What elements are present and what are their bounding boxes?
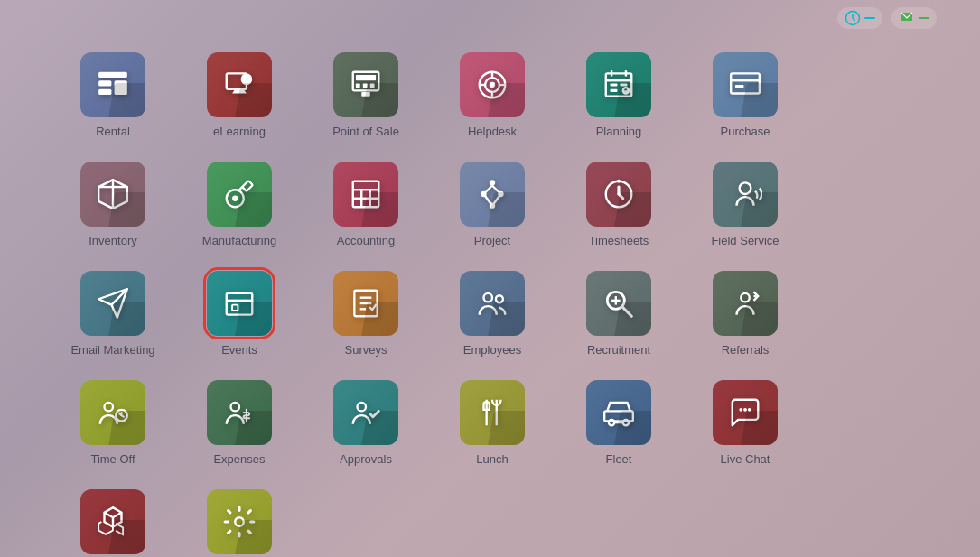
- app-item-email-marketing[interactable]: Email Marketing: [54, 264, 172, 364]
- svg-rect-73: [604, 411, 633, 421]
- app-item-purchase[interactable]: Purchase: [686, 45, 804, 145]
- app-icon-events: [207, 271, 272, 336]
- svg-rect-9: [356, 83, 360, 88]
- svg-rect-30: [735, 85, 744, 88]
- svg-rect-10: [363, 83, 368, 88]
- app-icon-email-marketing: [80, 271, 145, 336]
- svg-rect-2: [98, 80, 111, 86]
- app-item-point-of-sale[interactable]: Point of Sale: [307, 45, 425, 145]
- app-item-helpdesk[interactable]: Helpdesk: [434, 45, 551, 145]
- svg-point-79: [748, 408, 751, 412]
- app-item-fleet[interactable]: Fleet: [560, 373, 677, 473]
- app-item-live-chat[interactable]: Live Chat: [686, 373, 804, 473]
- app-icon-elearning: [207, 52, 272, 117]
- app-item-field-service[interactable]: Field Service: [686, 154, 804, 255]
- message-badge[interactable]: [891, 7, 937, 29]
- app-item-time-off[interactable]: Time Off: [54, 373, 172, 473]
- app-label-live-chat: Live Chat: [721, 452, 770, 466]
- app-item-elearning[interactable]: eLearning: [181, 45, 298, 145]
- app-label-planning: Planning: [596, 125, 642, 138]
- app-label-elearning: eLearning: [213, 125, 266, 138]
- svg-rect-3: [98, 89, 111, 95]
- svg-rect-24: [621, 83, 628, 86]
- app-item-events[interactable]: Events: [181, 264, 298, 364]
- app-item-rental[interactable]: Rental: [54, 45, 172, 145]
- svg-point-6: [241, 73, 253, 85]
- app-icon-employees: [460, 271, 525, 336]
- app-icon-lunch: [460, 380, 525, 445]
- svg-rect-52: [232, 305, 238, 311]
- app-item-app26[interactable]: [181, 482, 298, 557]
- app-label-inventory: Inventory: [89, 234, 136, 247]
- app-item-app25[interactable]: [54, 482, 172, 557]
- app-item-timesheets[interactable]: Timesheets: [560, 154, 677, 255]
- svg-rect-7: [353, 72, 379, 91]
- app-item-project[interactable]: Project: [434, 154, 551, 255]
- app-item-accounting[interactable]: Accounting: [307, 154, 425, 255]
- svg-point-75: [623, 420, 629, 425]
- app-icon-referrals: [713, 271, 778, 336]
- app-label-timesheets: Timesheets: [589, 234, 649, 247]
- app-icon-surveys: [333, 271, 398, 336]
- message-count: [919, 17, 929, 19]
- app-icon-accounting: [333, 162, 398, 227]
- app-icon-point-of-sale: [333, 52, 398, 117]
- app-label-recruitment: Recruitment: [587, 343, 650, 357]
- app-label-project: Project: [474, 234, 510, 247]
- svg-rect-36: [353, 181, 379, 208]
- app-icon-expenses: [207, 380, 272, 445]
- app-item-approvals[interactable]: Approvals: [307, 373, 425, 473]
- app-label-fleet: Fleet: [606, 452, 632, 466]
- svg-point-69: [358, 403, 367, 412]
- app-grid: RentaleLearningPoint of SaleHelpdeskPlan…: [0, 9, 980, 557]
- app-item-planning[interactable]: Planning: [560, 45, 677, 145]
- app-icon-rental: [80, 52, 145, 117]
- clock-count: [864, 17, 875, 19]
- svg-rect-12: [361, 92, 370, 97]
- svg-rect-8: [356, 75, 376, 80]
- app-icon-live-chat: [713, 380, 778, 445]
- app-icon-app26: [207, 489, 272, 554]
- app-item-referrals[interactable]: Referrals: [686, 264, 804, 364]
- svg-rect-23: [611, 89, 618, 92]
- app-item-inventory[interactable]: Inventory: [54, 154, 172, 255]
- svg-point-49: [740, 182, 751, 194]
- app-label-events: Events: [221, 343, 257, 357]
- app-icon-inventory: [80, 162, 145, 227]
- svg-point-78: [743, 408, 747, 412]
- app-icon-field-service: [713, 162, 778, 227]
- app-icon-approvals: [333, 380, 398, 445]
- app-label-surveys: Surveys: [345, 343, 387, 357]
- svg-line-44: [492, 194, 501, 206]
- app-item-employees[interactable]: Employees: [434, 264, 551, 364]
- svg-rect-4: [115, 80, 127, 95]
- app-icon-app25: [80, 489, 145, 554]
- svg-point-58: [496, 295, 503, 302]
- svg-point-65: [105, 403, 114, 412]
- svg-point-48: [617, 180, 621, 183]
- app-icon-planning: [586, 52, 651, 117]
- app-item-surveys[interactable]: Surveys: [307, 264, 425, 364]
- svg-point-57: [484, 293, 493, 302]
- app-label-referrals: Referrals: [722, 343, 770, 357]
- svg-rect-28: [731, 73, 760, 93]
- svg-point-63: [741, 293, 750, 302]
- clock-badge[interactable]: [837, 7, 882, 29]
- close-icon[interactable]: [946, 16, 957, 20]
- app-label-employees: Employees: [463, 343, 521, 357]
- app-item-recruitment[interactable]: Recruitment: [560, 264, 677, 364]
- svg-line-41: [484, 186, 493, 195]
- app-item-manufacturing[interactable]: Manufacturing: [181, 154, 298, 255]
- app-label-accounting: Accounting: [337, 234, 395, 247]
- app-icon-time-off: [80, 380, 145, 445]
- svg-rect-50: [227, 293, 253, 315]
- app-icon-project: [460, 162, 525, 227]
- app-label-approvals: Approvals: [340, 452, 392, 466]
- app-label-manufacturing: Manufacturing: [202, 234, 276, 247]
- app-icon-manufacturing: [207, 162, 272, 227]
- app-item-expenses[interactable]: Expenses: [181, 373, 298, 473]
- topbar: [823, 0, 980, 36]
- app-item-lunch[interactable]: Lunch: [434, 373, 551, 473]
- app-label-expenses: Expenses: [213, 452, 265, 466]
- app-label-purchase: Purchase: [721, 125, 770, 138]
